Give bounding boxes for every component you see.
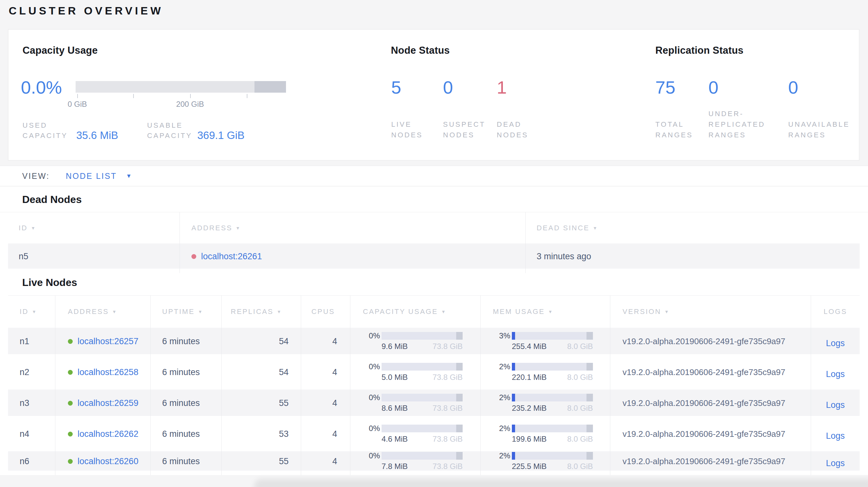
capacity-gauge-axis-labels: 0 GiB200 GiB [75,100,286,109]
mem-usage-total-value: 8.0 GiB [567,342,593,351]
column-label: ID [19,224,28,232]
version-cell: v19.2.0-alpha.20190606-2491-gfe735c9a97 [610,390,811,420]
cpus-cell: 4 [301,451,350,475]
logs-link[interactable]: Logs [826,431,845,441]
live-status-dot-icon [68,370,73,375]
column-label: DEAD SINCE [537,224,589,232]
capacity-usage-bar [381,394,463,401]
mem-usage-cell: 2%220.1 MiB8.0 GiB [480,359,610,390]
sort-arrow-icon: ▼ [441,309,446,314]
stat-label-line: CAPACITY [23,131,76,141]
usable-capacity-value: 369.1 GiB [197,130,245,141]
mem-usage-gauge: 3%255.4 MiB8.0 GiB [492,332,593,351]
capacity-usage-percent: 0% [362,424,380,433]
mem-usage-cell: 2%235.2 MiB8.0 GiB [480,390,610,420]
node-address-link[interactable]: localhost:26262 [78,429,138,439]
capacity-usage-used-value: 5.0 MiB [381,373,408,382]
live-nodes-column-header-replicas[interactable]: REPLICAS▼ [222,296,301,328]
capacity-usage-bar [381,425,463,432]
used-capacity-label: USED CAPACITY [23,120,76,141]
dead-nodes-column-header-id[interactable]: ID▼ [8,212,180,244]
capacity-usage-cell: 0%5.0 MiB73.8 GiB [350,359,480,390]
summary-stat-label: SUSPECTNODES [443,119,486,140]
used-capacity-stat: USED CAPACITY 35.6 MiB [23,120,118,141]
table-row: n6localhost:262606 minutes5540%7.8 MiB73… [8,451,860,475]
table-row: n3localhost:262596 minutes5540%8.6 MiB73… [8,390,860,420]
dead-nodes-column-header-address[interactable]: ADDRESS▼ [180,212,526,244]
view-label: VIEW: [22,171,50,181]
summary-stat-value: 0 [708,78,718,97]
usable-capacity-stat: USABLE CAPACITY 369.1 GiB [147,120,245,141]
column-label: VERSION [623,307,661,316]
node-id-cell: n1 [8,328,55,359]
sort-arrow-icon: ▼ [32,309,37,314]
replicas-cell: 55 [222,390,301,420]
sort-arrow-icon: ▼ [31,226,36,231]
capacity-stats: USED CAPACITY 35.6 MiB USABLE CAPACITY 3… [23,120,245,141]
live-nodes-column-header-address[interactable]: ADDRESS▼ [55,296,151,328]
mem-usage-percent: 2% [492,451,510,460]
version-cell: v19.2.0-alpha.20190606-2491-gfe735c9a97 [610,359,811,390]
node-address-link[interactable]: localhost:26260 [78,456,138,466]
stat-label-line: USED [23,120,76,131]
view-selector-dropdown[interactable]: NODE LIST ▼ [66,171,132,181]
summary-stat-label: UNDER-REPLICATEDRANGES [708,108,765,140]
mem-usage-gauge: 2%235.2 MiB8.0 GiB [492,394,593,413]
node-address-link[interactable]: localhost:26259 [78,398,138,408]
live-nodes-column-header-id[interactable]: ID▼ [8,296,55,328]
node-id-cell: n3 [8,390,55,420]
node-id-cell: n2 [8,359,55,390]
node-address-link[interactable]: localhost:26257 [78,336,138,347]
live-nodes-column-header-version[interactable]: VERSION▼ [610,296,811,328]
column-label: CPUS [311,307,335,316]
cluster-summary-panel: Capacity Usage Node Status Replication S… [8,29,859,161]
cpus-cell: 4 [301,328,350,359]
capacity-usage-used-value: 8.6 MiB [381,404,408,413]
version-cell: v19.2.0-alpha.20190606-2491-gfe735c9a97 [610,451,811,475]
logs-link[interactable]: Logs [826,458,845,468]
node-address-cell: localhost:26261 [180,244,526,273]
column-label: CAPACITY USAGE [363,307,438,316]
column-label: MEM USAGE [493,307,545,316]
capacity-usage-percent: 0% [362,451,380,460]
capacity-usage-gauge: 0%4.6 MiB73.8 GiB [362,425,463,444]
mem-usage-used-value: 255.4 MiB [512,342,547,351]
column-label: ID [20,307,29,316]
mem-usage-percent: 2% [492,393,510,402]
summary-stat-label: UNAVAILABLERANGES [788,119,850,140]
mem-usage-bar-fill [512,332,515,340]
window-shadow-artifact [254,479,868,487]
replicas-cell: 54 [222,359,301,390]
stat-label-line: SUSPECT [443,119,486,130]
live-nodes-column-header-capacity-usage[interactable]: CAPACITY USAGE▼ [350,296,480,328]
live-nodes-title: Live Nodes [22,277,77,289]
dead-nodes-table-header: ID▼ADDRESS▼DEAD SINCE▼ [8,212,860,244]
logs-link[interactable]: Logs [826,400,845,410]
live-nodes-column-header-mem-usage[interactable]: MEM USAGE▼ [480,296,610,328]
capacity-gauge-axis [75,94,286,98]
logs-link[interactable]: Logs [826,369,845,379]
uptime-cell: 6 minutes [151,359,222,390]
dead-nodes-column-header-dead-since[interactable]: DEAD SINCE▼ [526,212,860,244]
capacity-usage-cell: 0%8.6 MiB73.8 GiB [350,390,480,420]
node-address-cell: localhost:26262 [55,420,151,451]
live-nodes-column-header-uptime[interactable]: UPTIME▼ [151,296,222,328]
sort-arrow-icon: ▼ [236,226,241,231]
axis-tick-label: 200 GiB [176,100,204,109]
summary-stat: 0UNAVAILABLERANGES [788,30,868,160]
version-value: v19.2.0-alpha.20190606-2491-gfe735c9a97 [623,429,785,439]
node-id-cell: n4 [8,420,55,451]
capacity-usage-total-value: 73.8 GiB [433,373,463,382]
table-row: n1localhost:262576 minutes5440%9.6 MiB73… [8,328,860,359]
mem-usage-bar [512,363,593,370]
summary-stat-value: 5 [391,78,401,97]
column-label: ADDRESS [191,224,232,232]
capacity-usage-bar [381,332,463,340]
logs-cell: Logs [811,390,860,420]
logs-link[interactable]: Logs [826,338,845,348]
node-address-link[interactable]: localhost:26261 [201,252,262,261]
live-status-dot-icon [68,401,73,405]
capacity-usage-total-value: 73.8 GiB [433,404,463,413]
live-nodes-column-header-cpus: CPUS [301,296,350,328]
node-address-link[interactable]: localhost:26258 [78,367,138,377]
